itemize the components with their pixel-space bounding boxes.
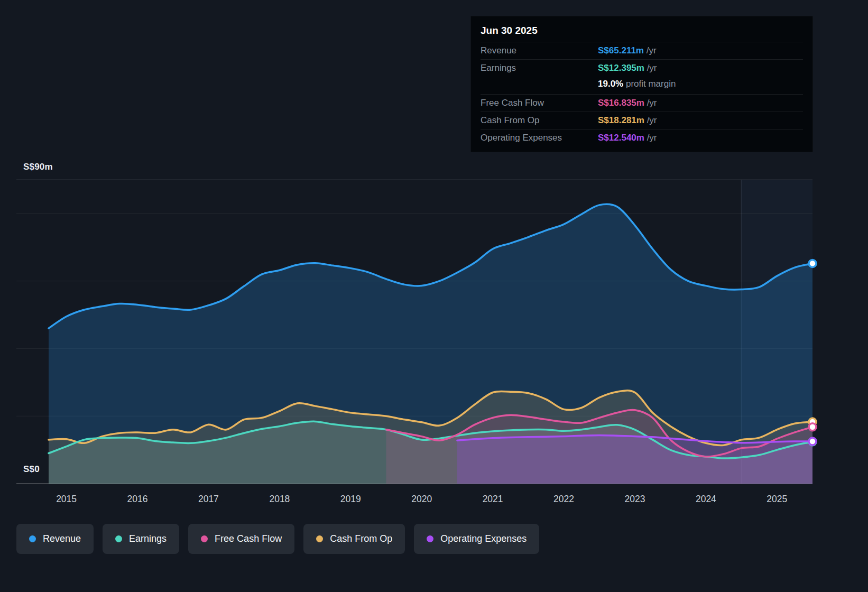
cash-from-op-dot-icon xyxy=(316,535,323,542)
legend-label: Revenue xyxy=(43,533,81,544)
legend: Revenue Earnings Free Cash Flow Cash Fro… xyxy=(16,524,539,554)
y-axis-max-label: S$90m xyxy=(23,162,53,172)
tooltip-value: 19.0% profit margin xyxy=(598,79,676,89)
free-cash-flow-dot-icon xyxy=(201,535,208,542)
earnings-dot-icon xyxy=(115,535,122,542)
x-tick-label: 2022 xyxy=(553,494,574,504)
free-cash-flow-end-marker xyxy=(809,423,816,431)
tooltip-value: S$65.211m /yr xyxy=(598,45,657,56)
x-tick-label: 2016 xyxy=(127,494,148,504)
x-tick-label: 2018 xyxy=(269,494,290,504)
tooltip-row-earnings: Earnings S$12.395m /yr xyxy=(481,59,803,77)
chart-panel: 2015201620172018201920202021202220232024… xyxy=(0,0,868,592)
x-tick-label: 2021 xyxy=(483,494,503,504)
tooltip-row-cash-from-op: Cash From Op S$18.281m /yr xyxy=(481,112,803,129)
revenue-dot-icon xyxy=(29,535,36,542)
tooltip-label: Free Cash Flow xyxy=(481,98,598,108)
tooltip-label: Operating Expenses xyxy=(481,133,598,143)
legend-item-cash-from-op[interactable]: Cash From Op xyxy=(303,524,405,554)
x-tick-label: 2025 xyxy=(767,494,787,504)
tooltip-row-operating-expenses: Operating Expenses S$12.540m /yr xyxy=(481,129,803,146)
x-tick-label: 2024 xyxy=(696,494,716,504)
tooltip-row-free-cash-flow: Free Cash Flow S$16.835m /yr xyxy=(481,94,803,112)
legend-item-operating-expenses[interactable]: Operating Expenses xyxy=(414,524,539,554)
legend-label: Operating Expenses xyxy=(440,533,527,544)
x-tick-label: 2017 xyxy=(198,494,219,504)
tooltip-label: Earnings xyxy=(481,63,598,73)
tooltip-row-profit-margin: 19.0% profit margin xyxy=(481,77,803,94)
tooltip-label: Cash From Op xyxy=(481,115,598,126)
tooltip-label: Revenue xyxy=(481,45,598,56)
tooltip-row-revenue: Revenue S$65.211m /yr xyxy=(481,42,803,59)
tooltip-value: S$12.540m /yr xyxy=(598,133,657,143)
tooltip-value: S$18.281m /yr xyxy=(598,115,657,126)
revenue-end-marker xyxy=(809,260,816,267)
tooltip-value: S$12.395m /yr xyxy=(598,63,657,73)
x-tick-label: 2023 xyxy=(625,494,645,504)
tooltip-value: S$16.835m /yr xyxy=(598,98,657,108)
legend-label: Cash From Op xyxy=(330,533,392,544)
y-axis-min-label: S$0 xyxy=(23,464,40,475)
x-tick-label: 2019 xyxy=(340,494,361,504)
legend-item-earnings[interactable]: Earnings xyxy=(103,524,179,554)
legend-item-free-cash-flow[interactable]: Free Cash Flow xyxy=(188,524,294,554)
legend-item-revenue[interactable]: Revenue xyxy=(16,524,94,554)
tooltip-date: Jun 30 2025 xyxy=(481,23,803,42)
x-tick-label: 2015 xyxy=(56,494,77,504)
x-tick-label: 2020 xyxy=(411,494,432,504)
legend-label: Free Cash Flow xyxy=(215,533,282,544)
chart-tooltip: Jun 30 2025 Revenue S$65.211m /yr Earnin… xyxy=(470,16,813,152)
operating-expenses-end-marker xyxy=(809,438,816,445)
legend-label: Earnings xyxy=(129,533,167,544)
operating-expenses-dot-icon xyxy=(427,535,433,542)
